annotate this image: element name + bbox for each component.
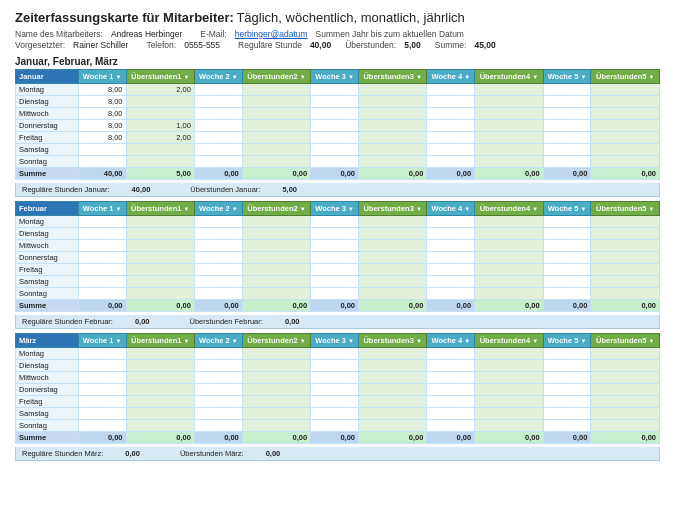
cell-1-0-ot1[interactable] — [126, 216, 194, 228]
cell-2-5-w3[interactable] — [311, 408, 359, 420]
cell-1-2-ot4[interactable] — [475, 240, 543, 252]
cell-2-0-ot4[interactable] — [475, 348, 543, 360]
cell-1-5-w4[interactable] — [427, 276, 475, 288]
cell-0-4-w2[interactable] — [194, 132, 242, 144]
cell-1-1-w2[interactable] — [194, 228, 242, 240]
cell-0-0-w3[interactable] — [311, 84, 359, 96]
week-2-header-1[interactable]: Woche 2 ▼ — [194, 202, 242, 216]
cell-1-1-ot2[interactable] — [242, 228, 310, 240]
cell-0-2-w1[interactable]: 8,00 — [78, 108, 126, 120]
cell-1-5-w5[interactable] — [543, 276, 591, 288]
ot-1-header-1[interactable]: Überstunden1 ▼ — [126, 202, 194, 216]
cell-2-4-ot3[interactable] — [358, 396, 426, 408]
cell-1-5-ot2[interactable] — [242, 276, 310, 288]
cell-2-6-w5[interactable] — [543, 420, 591, 432]
cell-1-6-ot4[interactable] — [475, 288, 543, 300]
cell-1-2-w3[interactable] — [311, 240, 359, 252]
cell-0-6-ot5[interactable] — [591, 156, 660, 168]
cell-0-6-ot1[interactable] — [126, 156, 194, 168]
cell-1-0-w4[interactable] — [427, 216, 475, 228]
cell-1-4-w1[interactable] — [78, 264, 126, 276]
cell-1-4-ot1[interactable] — [126, 264, 194, 276]
cell-0-6-w1[interactable] — [78, 156, 126, 168]
cell-2-5-w4[interactable] — [427, 408, 475, 420]
cell-0-0-ot2[interactable] — [242, 84, 310, 96]
cell-2-2-w3[interactable] — [311, 372, 359, 384]
cell-0-5-ot2[interactable] — [242, 144, 310, 156]
cell-1-2-w4[interactable] — [427, 240, 475, 252]
cell-2-4-w5[interactable] — [543, 396, 591, 408]
cell-0-3-w4[interactable] — [427, 120, 475, 132]
cell-0-4-ot3[interactable] — [358, 132, 426, 144]
cell-2-1-ot1[interactable] — [126, 360, 194, 372]
cell-0-3-ot5[interactable] — [591, 120, 660, 132]
cell-0-6-ot4[interactable] — [475, 156, 543, 168]
cell-1-3-w2[interactable] — [194, 252, 242, 264]
cell-0-0-w2[interactable] — [194, 84, 242, 96]
week-2-header-0[interactable]: Woche 2 ▼ — [194, 70, 242, 84]
cell-2-4-w1[interactable] — [78, 396, 126, 408]
cell-1-1-ot1[interactable] — [126, 228, 194, 240]
cell-1-4-ot4[interactable] — [475, 264, 543, 276]
cell-0-2-ot5[interactable] — [591, 108, 660, 120]
cell-1-3-ot5[interactable] — [591, 252, 660, 264]
cell-2-6-ot5[interactable] — [591, 420, 660, 432]
cell-0-1-ot4[interactable] — [475, 96, 543, 108]
cell-1-4-ot5[interactable] — [591, 264, 660, 276]
cell-1-0-ot4[interactable] — [475, 216, 543, 228]
cell-1-2-w2[interactable] — [194, 240, 242, 252]
cell-1-1-ot4[interactable] — [475, 228, 543, 240]
cell-0-1-w5[interactable] — [543, 96, 591, 108]
week-1-header-1[interactable]: Woche 1 ▼ — [78, 202, 126, 216]
cell-1-5-ot3[interactable] — [358, 276, 426, 288]
week-5-header-0[interactable]: Woche 5 ▼ — [543, 70, 591, 84]
email-link[interactable]: herbinger@adatum — [235, 29, 308, 39]
cell-0-5-w1[interactable] — [78, 144, 126, 156]
cell-0-0-w5[interactable] — [543, 84, 591, 96]
cell-0-6-ot3[interactable] — [358, 156, 426, 168]
cell-2-0-w2[interactable] — [194, 348, 242, 360]
week-3-header-1[interactable]: Woche 3 ▼ — [311, 202, 359, 216]
cell-0-5-ot5[interactable] — [591, 144, 660, 156]
cell-1-5-w2[interactable] — [194, 276, 242, 288]
cell-0-4-ot1[interactable]: 2,00 — [126, 132, 194, 144]
cell-1-6-w3[interactable] — [311, 288, 359, 300]
cell-2-4-ot4[interactable] — [475, 396, 543, 408]
cell-0-1-w4[interactable] — [427, 96, 475, 108]
cell-2-1-ot4[interactable] — [475, 360, 543, 372]
ot-5-header-0[interactable]: Überstunden5 ▼ — [591, 70, 660, 84]
week-1-header-2[interactable]: Woche 1 ▼ — [78, 334, 126, 348]
cell-1-0-w5[interactable] — [543, 216, 591, 228]
cell-0-6-w3[interactable] — [311, 156, 359, 168]
cell-2-0-ot3[interactable] — [358, 348, 426, 360]
cell-0-4-ot2[interactable] — [242, 132, 310, 144]
cell-2-6-w1[interactable] — [78, 420, 126, 432]
cell-0-1-w3[interactable] — [311, 96, 359, 108]
cell-0-0-ot1[interactable]: 2,00 — [126, 84, 194, 96]
cell-2-3-ot5[interactable] — [591, 384, 660, 396]
cell-2-1-w5[interactable] — [543, 360, 591, 372]
cell-0-5-ot3[interactable] — [358, 144, 426, 156]
cell-2-2-w5[interactable] — [543, 372, 591, 384]
cell-1-0-w1[interactable] — [78, 216, 126, 228]
ot-2-header-1[interactable]: Überstunden2 ▼ — [242, 202, 310, 216]
cell-1-4-w3[interactable] — [311, 264, 359, 276]
cell-0-1-ot1[interactable] — [126, 96, 194, 108]
cell-0-4-w1[interactable]: 8,00 — [78, 132, 126, 144]
cell-2-5-ot5[interactable] — [591, 408, 660, 420]
cell-2-4-ot5[interactable] — [591, 396, 660, 408]
cell-1-2-w1[interactable] — [78, 240, 126, 252]
cell-0-4-w5[interactable] — [543, 132, 591, 144]
cell-1-1-ot3[interactable] — [358, 228, 426, 240]
cell-2-1-ot3[interactable] — [358, 360, 426, 372]
cell-2-6-w3[interactable] — [311, 420, 359, 432]
cell-2-5-ot3[interactable] — [358, 408, 426, 420]
cell-1-5-ot1[interactable] — [126, 276, 194, 288]
cell-2-2-ot2[interactable] — [242, 372, 310, 384]
ot-4-header-1[interactable]: Überstunden4 ▼ — [475, 202, 543, 216]
cell-0-6-w4[interactable] — [427, 156, 475, 168]
cell-1-5-ot4[interactable] — [475, 276, 543, 288]
cell-1-5-w1[interactable] — [78, 276, 126, 288]
cell-1-4-w5[interactable] — [543, 264, 591, 276]
cell-0-2-ot3[interactable] — [358, 108, 426, 120]
